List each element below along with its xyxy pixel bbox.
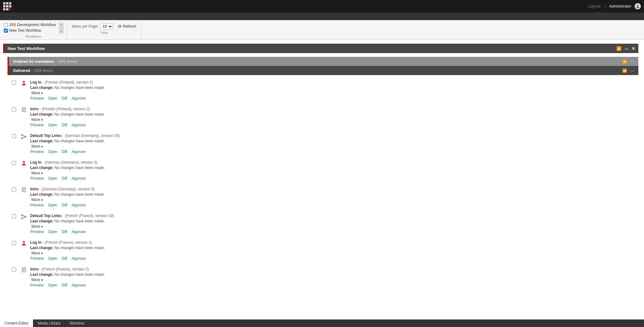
work-item: Intro - (German (Germany), version 3)Las… xyxy=(12,185,638,212)
rss-icon[interactable]: 📶 xyxy=(622,59,627,64)
approve-link[interactable]: Approve xyxy=(72,256,86,261)
doc-icon xyxy=(21,187,27,193)
work-item: Log In - (German (Germany), version 3)La… xyxy=(12,158,638,185)
caret-down-icon: ▼ xyxy=(41,252,43,255)
last-change-label: Last change: xyxy=(30,246,53,250)
open-link[interactable]: Open xyxy=(48,150,57,154)
user-icon xyxy=(21,240,27,246)
preview-link[interactable]: Preview xyxy=(30,96,44,101)
preview-link[interactable]: Preview xyxy=(30,203,44,207)
approve-link[interactable]: Approve xyxy=(72,150,86,154)
footer-tab-content-editor[interactable]: Content Editor xyxy=(0,319,33,327)
workflow-checkbox[interactable] xyxy=(4,23,8,27)
last-change-label: Last change: xyxy=(30,85,53,90)
more-toggle[interactable]: More▼ xyxy=(30,144,120,149)
work-item: Intro - (Finnish (Finland), version 2)La… xyxy=(12,105,638,132)
state-header-ordered[interactable]: Ordered for translation - (991 items) 📶 … xyxy=(8,57,638,66)
work-item-title: Log In xyxy=(30,160,42,165)
preview-link[interactable]: Preview xyxy=(30,123,44,127)
collapse-icon[interactable]: ︿ xyxy=(625,46,629,51)
open-link[interactable]: Open xyxy=(48,230,57,234)
more-toggle[interactable]: More▼ xyxy=(30,171,105,175)
workflow-checkbox-item[interactable]: New Test Workflow xyxy=(4,28,56,33)
preview-link[interactable]: Preview xyxy=(30,150,44,154)
close-icon[interactable]: ✕ xyxy=(632,46,635,51)
diff-link[interactable]: Diff xyxy=(62,283,67,287)
last-change-value: No changes have been made. xyxy=(54,112,105,117)
work-item: Default Top Links - (French (France), ve… xyxy=(12,212,638,238)
sub-bar xyxy=(0,13,644,20)
work-item-checkbox[interactable] xyxy=(12,268,16,272)
rss-icon[interactable]: 📶 xyxy=(622,68,627,73)
diff-link[interactable]: Diff xyxy=(62,96,67,101)
open-link[interactable]: Open xyxy=(48,283,57,287)
more-toggle[interactable]: More▼ xyxy=(30,91,105,95)
refresh-button[interactable]: ⟳ Refresh xyxy=(118,24,136,29)
approve-link[interactable]: Approve xyxy=(72,230,86,234)
preview-link[interactable]: Preview xyxy=(30,230,44,234)
work-item-checkbox[interactable] xyxy=(12,107,16,112)
preview-link[interactable]: Preview xyxy=(30,256,44,261)
diff-link[interactable]: Diff xyxy=(62,203,67,207)
footer-tab-workbox[interactable]: Workbox xyxy=(65,319,89,327)
work-item-meta: - (German (Germany), version 3) xyxy=(42,160,97,165)
work-item-checkbox[interactable] xyxy=(12,214,16,218)
workflow-checkbox[interactable] xyxy=(4,29,8,33)
collapse-icon[interactable]: ︿ xyxy=(631,68,635,73)
open-link[interactable]: Open xyxy=(48,96,57,101)
last-change-label: Last change: xyxy=(30,272,53,277)
scroll-thumb[interactable] xyxy=(59,26,64,30)
approve-link[interactable]: Approve xyxy=(72,123,86,127)
diff-link[interactable]: Diff xyxy=(62,256,67,261)
state-label: Delivered xyxy=(13,68,30,73)
expand-icon[interactable]: ﹀ xyxy=(631,59,635,64)
workflow-checkbox-label: New Test Workflow xyxy=(9,28,41,33)
work-item-meta: - (German (Germany), version 3) xyxy=(40,187,95,191)
diff-link[interactable]: Diff xyxy=(62,123,67,127)
rss-icon[interactable]: 📶 xyxy=(616,46,621,51)
more-toggle[interactable]: More▼ xyxy=(30,198,105,202)
state-header-delivered[interactable]: Delivered - (263 items) 📶 ︿ xyxy=(8,66,638,75)
approve-link[interactable]: Approve xyxy=(72,203,86,207)
caret-down-icon: ▼ xyxy=(41,279,43,282)
logout-link[interactable]: Log out xyxy=(588,4,601,8)
work-item-checkbox[interactable] xyxy=(12,161,16,165)
diff-link[interactable]: Diff xyxy=(62,150,67,154)
more-toggle[interactable]: More▼ xyxy=(30,117,105,122)
work-item-checkbox[interactable] xyxy=(12,241,16,245)
work-item-checkbox[interactable] xyxy=(12,81,16,85)
last-change-label: Last change: xyxy=(30,139,53,143)
open-link[interactable]: Open xyxy=(48,203,57,207)
workflow-checkbox-item[interactable]: JSS Development Workflow xyxy=(4,23,56,27)
items-per-page-select[interactable]: 10 xyxy=(100,23,113,30)
preview-link[interactable]: Preview xyxy=(30,176,44,181)
approve-link[interactable]: Approve xyxy=(72,283,86,287)
links-icon xyxy=(21,214,27,220)
work-item: Intro - (French (France), version 2)Last… xyxy=(12,265,638,292)
more-toggle[interactable]: More▼ xyxy=(30,251,105,255)
work-item-checkbox[interactable] xyxy=(12,134,16,138)
workflow-panel-header: New Test Workflow 📶 ︿ ✕ xyxy=(3,44,638,53)
open-link[interactable]: Open xyxy=(48,256,57,261)
approve-link[interactable]: Approve xyxy=(72,176,86,181)
open-link[interactable]: Open xyxy=(48,123,57,127)
more-toggle[interactable]: More▼ xyxy=(30,278,105,282)
diff-link[interactable]: Diff xyxy=(62,176,67,181)
work-item-checkbox[interactable] xyxy=(12,188,16,192)
scroll-down-button[interactable]: ▼ xyxy=(59,30,64,34)
last-change-value: No changes have been made. xyxy=(54,85,105,90)
footer-tab-media-library[interactable]: Media Library xyxy=(33,319,65,327)
open-link[interactable]: Open xyxy=(48,176,57,181)
diff-link[interactable]: Diff xyxy=(62,230,67,234)
work-item-title: Log In xyxy=(30,240,42,245)
preview-link[interactable]: Preview xyxy=(30,283,44,287)
main-content[interactable]: New Test Workflow 📶 ︿ ✕ Ordered for tran… xyxy=(0,40,644,319)
more-toggle[interactable]: More▼ xyxy=(30,224,114,229)
last-change-value: No changes have been made. xyxy=(54,219,105,223)
caret-down-icon: ▼ xyxy=(41,92,43,95)
approve-link[interactable]: Approve xyxy=(72,96,86,101)
avatar-icon[interactable] xyxy=(635,3,641,9)
workflows-group: JSS Development Workflow New Test Workfl… xyxy=(0,20,67,40)
scroll-up-button[interactable]: ▲ xyxy=(59,23,64,26)
last-change-label: Last change: xyxy=(30,166,53,170)
